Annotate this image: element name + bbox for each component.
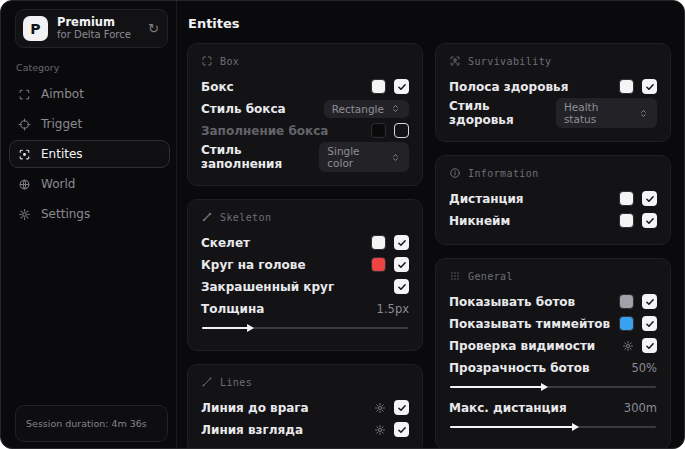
row-label: Проверка видимости [449,339,595,353]
session-duration: Session duration: 4m 36s [15,405,168,442]
row-toggle: Линия взгляда [201,419,409,440]
card-skeleton: SkeletonСкелетКруг на головеЗакрашенный … [187,199,423,351]
row-label: Дистанция [449,192,524,206]
sidebar-item-world[interactable]: World [9,170,170,198]
scan-icon [18,88,31,101]
dropdown-value: Single color [327,145,384,169]
gear-icon[interactable] [374,402,386,414]
row-label: Скелет [201,236,250,250]
slider-fill [450,426,574,428]
row-label: Показывать тиммейтов [449,317,610,331]
eye-scan-icon [18,148,31,161]
checkbox[interactable] [394,235,409,250]
row-toggle: Дистанция [449,188,657,209]
slider[interactable] [450,423,656,431]
card-title: Survivability [468,56,551,67]
row-toggle: Закрашенный круг [201,276,409,297]
refresh-icon[interactable]: ↻ [148,21,159,36]
brand-title: Premium [57,16,139,29]
card-title: Skeleton [220,212,271,223]
chevrons-up-down-icon [390,152,401,163]
category-label: Category [16,62,176,73]
card-title: Box [220,56,239,67]
sidebar: P Premium for Delta Force ↻ Category Aim… [1,1,177,448]
bone-icon [201,211,213,223]
checkbox[interactable] [642,294,657,309]
sidebar-item-entites[interactable]: Entites [9,140,170,168]
slider[interactable] [450,383,656,391]
slider-value: 1.5px [377,302,409,316]
checkbox[interactable] [394,123,409,138]
slider[interactable] [202,324,408,332]
card-title: General [468,271,513,282]
slider-fill [450,386,543,388]
checkbox[interactable] [394,279,409,294]
card-header: General [449,270,657,282]
main-panel: Entites BoxБоксСтиль боксаRectangleЗапол… [177,1,685,448]
slider-value: 50% [631,361,657,375]
checkbox[interactable] [394,422,409,437]
app-window: P Premium for Delta Force ↻ Category Aim… [0,0,685,449]
dropdown-value: Health status [564,101,632,125]
row-toggle: Заполнение бокса [201,120,409,141]
slider-thumb[interactable] [247,324,254,332]
checkbox[interactable] [642,316,657,331]
color-swatch[interactable] [371,123,386,138]
card-header: Survivability [449,55,657,67]
row-select: Стиль здоровьяHealth status [449,98,657,128]
color-swatch[interactable] [619,79,634,94]
row-toggle: Показывать ботов [449,291,657,312]
row-toggle: Круг на голове [201,254,409,275]
row-label: Стиль заполнения [201,143,319,171]
dropdown[interactable]: Rectangle [324,100,409,118]
color-swatch[interactable] [619,213,634,228]
color-swatch[interactable] [619,191,634,206]
checkbox[interactable] [642,79,657,94]
checkbox[interactable] [394,400,409,415]
row-select: Стиль боксаRectangle [201,98,409,119]
checkbox[interactable] [394,257,409,272]
sidebar-item-label: Trigget [41,117,82,131]
row-label: Стиль здоровья [449,99,556,127]
sidebar-item-label: Settings [41,207,90,221]
checkbox[interactable] [394,79,409,94]
checkbox[interactable] [642,191,657,206]
row-toggle: Полоса здоровья [449,76,657,97]
row-label: Линия взгляда [201,423,303,437]
slider-value: 300m [624,401,657,415]
dropdown[interactable]: Health status [556,98,657,128]
row-label: Бокс [201,80,234,94]
color-swatch[interactable] [619,294,634,309]
dropdown-value: Rectangle [332,103,384,115]
right-column: SurvivabilityПолоса здоровьяСтиль здоров… [435,43,671,449]
color-swatch[interactable] [371,79,386,94]
slider-thumb[interactable] [541,383,548,391]
row-slider: Макс. дистанция300m [449,397,657,418]
row-toggle: Скелет [201,232,409,253]
dropdown[interactable]: Single color [319,142,409,172]
color-swatch[interactable] [371,235,386,250]
card-header: Information [449,167,657,179]
card-header: Skeleton [201,211,409,223]
sidebar-item-trigget[interactable]: Trigget [9,110,170,138]
checkbox[interactable] [642,338,657,353]
color-swatch[interactable] [619,316,634,331]
row-label: Прозрачность ботов [449,361,590,375]
slider-thumb[interactable] [572,423,579,431]
gear-icon[interactable] [374,424,386,436]
globe-icon [18,178,31,191]
row-label: Заполнение бокса [201,124,328,138]
page-title: Entites [188,16,671,31]
row-label: Показывать ботов [449,295,575,309]
row-toggle: Показывать тиммейтов [449,313,657,334]
checkbox[interactable] [642,213,657,228]
sidebar-nav: AimbotTriggetEntitesWorldSettings [1,77,176,229]
color-swatch[interactable] [371,257,386,272]
box-icon [201,55,213,67]
row-slider: Прозрачность ботов50% [449,357,657,378]
sidebar-item-settings[interactable]: Settings [9,200,170,228]
row-label: Никнейм [449,214,510,228]
sidebar-item-aimbot[interactable]: Aimbot [9,80,170,108]
gear-icon[interactable] [622,340,634,352]
gear-icon [18,208,31,221]
